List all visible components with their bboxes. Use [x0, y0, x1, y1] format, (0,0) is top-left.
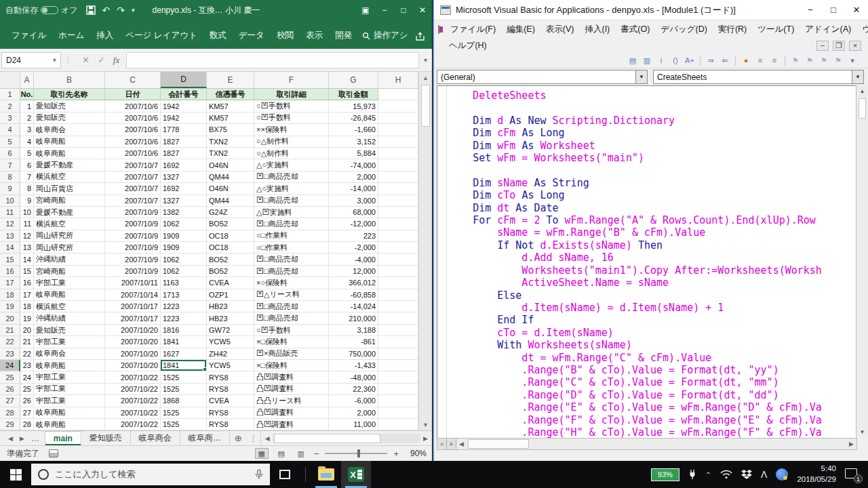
- data-cell[interactable]: [378, 113, 418, 124]
- data-cell[interactable]: ×□保険料: [254, 336, 329, 348]
- procedure-dropdown[interactable]: CreateSheets ▼: [653, 70, 864, 84]
- data-cell[interactable]: 9: [20, 195, 34, 207]
- row-header-12[interactable]: 12: [0, 218, 20, 230]
- wifi-icon[interactable]: [720, 470, 732, 479]
- row-header-5[interactable]: 5: [0, 136, 20, 148]
- data-cell[interactable]: 1713: [161, 289, 207, 301]
- vba-menu-item[interactable]: 挿入(I): [579, 22, 615, 37]
- data-cell[interactable]: RYS8: [207, 419, 254, 430]
- data-cell[interactable]: 2: [20, 113, 34, 124]
- excel-taskbar-button[interactable]: X: [341, 461, 371, 488]
- data-cell[interactable]: -26,845: [329, 113, 378, 124]
- data-cell[interactable]: 凹□商品売却: [254, 171, 329, 183]
- tell-me-search[interactable]: 操作アシ: [358, 27, 412, 44]
- data-cell[interactable]: ××保険料: [254, 124, 329, 136]
- data-cell[interactable]: CVEA: [207, 395, 254, 407]
- scroll-right-icon[interactable]: ▶: [846, 441, 856, 447]
- data-cell[interactable]: ZH42: [207, 348, 254, 360]
- data-cell[interactable]: 凹×商品販売: [254, 348, 329, 360]
- data-cell[interactable]: 凸凹調査料: [254, 407, 329, 419]
- data-cell[interactable]: 愛知販売: [34, 100, 105, 112]
- data-cell[interactable]: 12,000: [329, 266, 378, 277]
- data-cell[interactable]: 1062: [161, 253, 207, 265]
- data-cell[interactable]: 22: [20, 348, 34, 360]
- data-cell[interactable]: 1627: [161, 348, 207, 360]
- data-cell[interactable]: [378, 325, 418, 336]
- data-cell[interactable]: [378, 183, 418, 195]
- comment-block-icon[interactable]: ≡: [754, 55, 766, 66]
- data-cell[interactable]: 岡山研究所: [34, 230, 105, 242]
- data-cell[interactable]: 凹□商品売却: [254, 218, 329, 230]
- app-tray-icon[interactable]: [776, 468, 788, 481]
- data-cell[interactable]: 18: [20, 301, 34, 312]
- data-cell[interactable]: -2,000: [329, 242, 378, 253]
- data-cell[interactable]: KM57: [207, 100, 254, 112]
- data-cell[interactable]: 2007/10/6: [105, 148, 161, 159]
- row-header-15[interactable]: 15: [0, 253, 20, 265]
- close-button[interactable]: ✕: [413, 0, 432, 20]
- ribbon-display-options-icon[interactable]: ▣: [356, 0, 375, 20]
- zoom-slider-thumb[interactable]: [357, 449, 360, 458]
- data-cell[interactable]: ○凹手数料: [254, 113, 329, 124]
- data-cell[interactable]: 1525: [161, 384, 207, 395]
- row-header-8[interactable]: 8: [0, 171, 20, 183]
- data-cell[interactable]: [378, 419, 418, 430]
- scroll-up-icon[interactable]: ▲: [856, 85, 868, 97]
- row-header-23[interactable]: 23: [0, 348, 20, 360]
- data-cell[interactable]: [378, 100, 418, 112]
- scroll-left-icon[interactable]: ◀: [262, 435, 273, 442]
- formula-bar-expand-icon[interactable]: ▾: [419, 56, 432, 64]
- data-cell[interactable]: 凹□商品売却: [254, 266, 329, 277]
- data-cell[interactable]: O46N: [207, 183, 254, 195]
- data-cell[interactable]: 岐阜商船: [34, 419, 105, 430]
- data-cell[interactable]: 2007/10/9: [105, 242, 161, 253]
- ribbon-tab-6[interactable]: 校閲: [271, 27, 300, 44]
- ribbon-tab-1[interactable]: ホーム: [52, 27, 90, 44]
- data-cell[interactable]: 凸凹調査料: [254, 371, 329, 383]
- list-properties-icon[interactable]: ▤: [627, 55, 639, 66]
- data-cell[interactable]: CVEA: [207, 277, 254, 289]
- row-header-4[interactable]: 4: [0, 124, 20, 136]
- data-cell[interactable]: 2007/10/7: [105, 171, 161, 183]
- outdent-icon[interactable]: ⇐: [719, 55, 731, 66]
- child-minimize-icon[interactable]: −: [816, 41, 829, 51]
- data-cell[interactable]: 1062: [161, 266, 207, 277]
- data-cell[interactable]: ○△制作料: [254, 148, 329, 159]
- data-cell[interactable]: 15: [20, 266, 34, 277]
- data-cell[interactable]: 2007/10/9: [105, 218, 161, 230]
- data-cell[interactable]: 1827: [161, 136, 207, 148]
- data-cell[interactable]: 2,000: [329, 407, 378, 419]
- row-header-7[interactable]: 7: [0, 159, 20, 171]
- data-cell[interactable]: 岐阜商船: [34, 289, 105, 301]
- data-cell[interactable]: 宇部工業: [34, 371, 105, 383]
- data-cell[interactable]: 3: [20, 124, 34, 136]
- data-cell[interactable]: 1223: [161, 312, 207, 324]
- data-cell[interactable]: 1868: [161, 395, 207, 407]
- data-cell[interactable]: △凹実施料: [254, 207, 329, 218]
- name-box[interactable]: D24 ▼: [1, 52, 61, 68]
- row-header-25[interactable]: 25: [0, 371, 20, 383]
- data-cell[interactable]: TXN2: [207, 148, 254, 159]
- row-header-29[interactable]: 29: [0, 419, 20, 430]
- split-handle-icon[interactable]: =: [437, 439, 447, 449]
- data-cell[interactable]: OC18: [207, 230, 254, 242]
- data-cell[interactable]: -861: [329, 336, 378, 348]
- toggle-breakpoint-icon[interactable]: ●: [740, 55, 752, 66]
- data-cell[interactable]: 16: [20, 277, 34, 289]
- data-cell[interactable]: 1062: [161, 218, 207, 230]
- zoom-out-icon[interactable]: −: [314, 449, 319, 459]
- data-cell[interactable]: 3,152: [329, 136, 378, 148]
- lambda-app-icon[interactable]: Λ: [761, 469, 767, 480]
- header-cell[interactable]: 会計番号: [161, 89, 207, 100]
- data-cell[interactable]: 5: [20, 148, 34, 159]
- data-cell[interactable]: -1,433: [329, 360, 378, 371]
- row-header-14[interactable]: 14: [0, 242, 20, 253]
- data-cell[interactable]: OZP1: [207, 289, 254, 301]
- ribbon-tab-4[interactable]: 数式: [203, 27, 233, 44]
- zoom-in-icon[interactable]: +: [393, 449, 399, 459]
- data-cell[interactable]: 横浜航空: [34, 301, 105, 312]
- vba-minimize-button[interactable]: −: [799, 0, 822, 20]
- data-cell[interactable]: -14,024: [329, 301, 378, 312]
- data-cell[interactable]: 1327: [161, 195, 207, 207]
- scroll-down-icon[interactable]: ▼: [856, 426, 868, 438]
